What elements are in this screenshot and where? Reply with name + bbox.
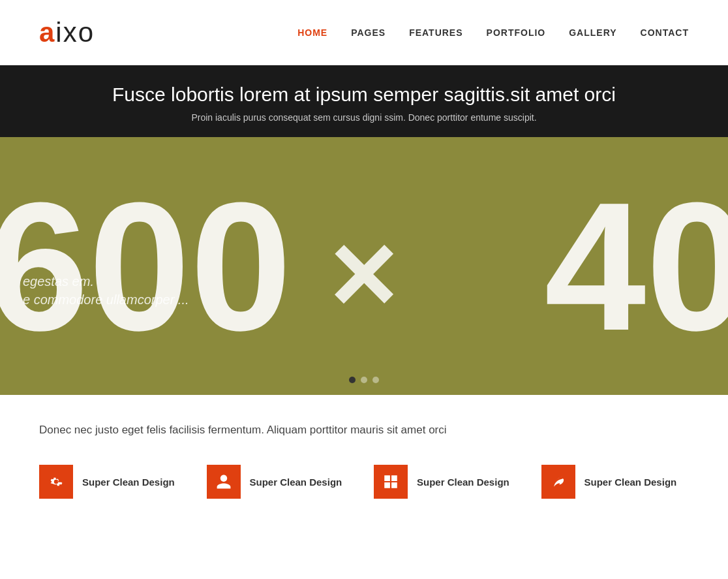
nav-home[interactable]: HOME (297, 27, 327, 38)
feature-label-1: Super Clean Design (82, 477, 175, 488)
slider-left-number: 600 (0, 175, 292, 358)
feature-icon-1 (39, 465, 73, 499)
grid-icon (382, 473, 399, 490)
feature-label-4: Super Clean Design (584, 477, 677, 488)
header: aixo HOME PAGES FEATURES PORTFOLIO GALLE… (0, 0, 728, 65)
slider-overlay-line2: e commodore ullamcorper ... (23, 290, 189, 309)
leaf-icon (550, 473, 567, 490)
feature-card-4: Super Clean Design (541, 465, 690, 499)
slider-dots (349, 377, 379, 383)
announcement-bar: Fusce lobortis lorem at ipsum semper sag… (0, 65, 728, 137)
feature-card-2: Super Clean Design (207, 465, 355, 499)
slider-dot-3[interactable] (372, 377, 379, 383)
slider-text-overlay: egestas em. e commodore ullamcorper ... (23, 272, 189, 309)
feature-label-2: Super Clean Design (250, 477, 342, 488)
feature-card-1: Super Clean Design (39, 465, 187, 499)
intro-section: Donec nec justo eget felis facilisis fer… (0, 395, 728, 452)
intro-text: Donec nec justo eget felis facilisis fer… (39, 421, 496, 439)
feature-card-3: Super Clean Design (374, 465, 522, 499)
announcement-subtext: Proin iaculis purus consequat sem cursus… (13, 112, 715, 123)
feature-icon-2 (207, 465, 241, 499)
slider-middle: × (329, 214, 398, 332)
logo: aixo (39, 17, 95, 48)
logo-a: a (39, 17, 55, 48)
gear-icon (48, 473, 65, 490)
nav-features[interactable]: FEATURES (409, 27, 463, 38)
announcement-heading: Fusce lobortis lorem at ipsum semper sag… (13, 84, 715, 106)
nav-portfolio[interactable]: PORTFOLIO (487, 27, 546, 38)
slider-overlay-line1: egestas em. (23, 272, 189, 290)
nav-pages[interactable]: PAGES (351, 27, 386, 38)
nav-gallery[interactable]: GALLERY (569, 27, 616, 38)
logo-x: x (63, 17, 78, 48)
main-nav: HOME PAGES FEATURES PORTFOLIO GALLERY CO… (297, 27, 689, 38)
person-icon (215, 473, 232, 490)
slider-content: 600 × 40 egestas em. e commodore ullamco… (0, 137, 728, 395)
logo-o: o (78, 17, 95, 48)
feature-label-3: Super Clean Design (417, 477, 509, 488)
slider-right-number: 40 (545, 175, 728, 358)
logo-i: i (55, 17, 63, 48)
slider-dot-2[interactable] (361, 377, 367, 383)
hero-slider: 600 × 40 egestas em. e commodore ullamco… (0, 137, 728, 395)
feature-icon-3 (374, 465, 408, 499)
nav-contact[interactable]: CONTACT (641, 27, 689, 38)
features-section: Super Clean Design Super Clean Design Su… (0, 452, 728, 518)
feature-icon-4 (541, 465, 575, 499)
slider-symbol: × (329, 214, 398, 332)
slider-dot-1[interactable] (349, 377, 356, 383)
